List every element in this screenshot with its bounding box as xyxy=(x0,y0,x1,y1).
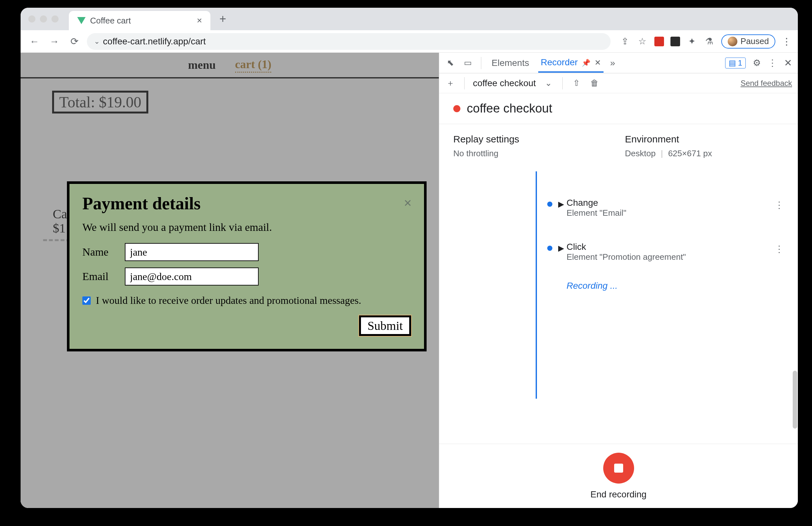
recording-dropdown-icon[interactable]: ⌄ xyxy=(543,78,554,88)
more-tabs-icon[interactable]: » xyxy=(610,58,615,68)
bookmark-star-icon[interactable]: ☆ xyxy=(637,36,648,47)
extension-dark-icon[interactable] xyxy=(670,37,680,46)
vue-favicon-icon xyxy=(77,17,86,24)
new-tab-button[interactable]: + xyxy=(219,12,226,26)
recording-meta-row: Replay settings No throttling Environmen… xyxy=(439,124,798,159)
new-recording-icon[interactable]: ＋ xyxy=(445,77,456,89)
traffic-max-icon[interactable] xyxy=(52,15,59,22)
devtools-panel: ⬉ ▭ Elements Recorder 📌 ✕ » ▤ 1 ⚙ ⋮ xyxy=(439,53,798,508)
environment-settings[interactable]: Environment Desktop | 625×671 px xyxy=(625,134,784,159)
tab-elements[interactable]: Elements xyxy=(489,54,532,72)
recording-title-row: coffee checkout xyxy=(439,93,798,124)
reload-icon[interactable]: ⟳ xyxy=(67,36,82,47)
tab-recorder-label: Recorder xyxy=(541,57,578,67)
inspect-element-icon[interactable]: ⬉ xyxy=(445,58,456,68)
name-label: Name xyxy=(82,246,118,258)
end-recording-label: End recording xyxy=(590,489,646,500)
email-label: Email xyxy=(82,270,118,283)
delete-recording-icon[interactable]: 🗑 xyxy=(589,78,600,88)
step-subtitle: Element "Promotion agreement" xyxy=(567,252,764,262)
name-row: Name xyxy=(82,243,411,261)
end-recording-button[interactable] xyxy=(603,453,634,484)
issues-chip[interactable]: ▤ 1 xyxy=(725,58,746,69)
environment-dimensions: 625×671 px xyxy=(668,149,712,159)
step-expand-icon[interactable]: ▶ xyxy=(558,200,564,209)
step-title: Change xyxy=(567,198,764,208)
chrome-menu-icon[interactable]: ⋮ xyxy=(782,36,792,47)
email-input[interactable] xyxy=(125,268,259,286)
labs-flask-icon[interactable]: ⚗ xyxy=(704,36,715,47)
modal-title: Payment details xyxy=(82,194,411,213)
tab-separator xyxy=(481,57,481,69)
step-title: Click xyxy=(567,242,764,252)
name-input[interactable] xyxy=(125,243,259,261)
modal-subtitle: We will send you a payment link via emai… xyxy=(82,221,411,234)
step-bullet-icon xyxy=(547,246,552,251)
share-icon[interactable]: ⇪ xyxy=(620,36,630,47)
toolbar-separator-2 xyxy=(562,77,563,89)
extension-red-icon[interactable] xyxy=(654,37,664,46)
modal-close-icon[interactable]: × xyxy=(404,195,412,211)
traffic-lights xyxy=(28,15,59,22)
export-recording-icon[interactable]: ⇧ xyxy=(571,78,582,88)
step-click[interactable]: ▶ Click Element "Promotion agreement" ⋮ xyxy=(549,235,784,269)
recording-title: coffee checkout xyxy=(467,102,552,116)
end-recording-row: End recording xyxy=(439,444,798,508)
step-expand-icon[interactable]: ▶ xyxy=(558,244,564,253)
scrollbar-thumb[interactable] xyxy=(793,371,797,429)
steps-area: ▶ Change Element "Email" ⋮ ▶ Click Eleme… xyxy=(439,171,798,444)
step-menu-icon[interactable]: ⋮ xyxy=(775,244,784,254)
submit-button[interactable]: Submit xyxy=(359,315,411,336)
webpage-viewport: menu cart (1) Total: $19.00 Ca $1 00 x ×… xyxy=(20,53,439,508)
nav-back-icon[interactable]: ← xyxy=(27,36,42,47)
window-titlebar: Coffee cart × + xyxy=(20,8,798,30)
devtools-tabstrip: ⬉ ▭ Elements Recorder 📌 ✕ » ▤ 1 ⚙ ⋮ xyxy=(439,53,798,73)
step-bullet-icon xyxy=(547,201,552,207)
devtools-settings-icon[interactable]: ⚙ xyxy=(753,58,761,68)
toolbar-separator xyxy=(464,77,465,89)
recording-indicator-icon xyxy=(453,105,460,112)
browser-window: Coffee cart × + ← → ⟳ ⌄ coffee-cart.netl… xyxy=(20,8,798,508)
replay-settings-heading: Replay settings xyxy=(453,134,612,145)
tab-recorder-close-icon[interactable]: ✕ xyxy=(595,58,601,67)
environment-heading: Environment xyxy=(625,134,784,145)
stop-icon xyxy=(614,464,623,472)
promo-label: I would like to receive order updates an… xyxy=(96,295,361,306)
devtools-menu-icon[interactable]: ⋮ xyxy=(768,58,777,68)
recording-name-select[interactable]: coffee checkout xyxy=(473,78,536,88)
replay-settings-value: No throttling xyxy=(453,149,612,159)
step-menu-icon[interactable]: ⋮ xyxy=(775,200,784,210)
avatar-icon xyxy=(728,37,737,46)
url-input[interactable]: ⌄ coffee-cart.netlify.app/cart xyxy=(87,33,611,50)
promo-row: I would like to receive order updates an… xyxy=(82,295,411,306)
content-split: menu cart (1) Total: $19.00 Ca $1 00 x ×… xyxy=(20,53,798,508)
tab-title: Coffee cart xyxy=(90,16,131,26)
tab-recorder[interactable]: Recorder 📌 ✕ xyxy=(538,54,604,73)
device-toolbar-icon[interactable]: ▭ xyxy=(462,58,473,68)
traffic-min-icon[interactable] xyxy=(40,15,47,22)
url-text: coffee-cart.netlify.app/cart xyxy=(103,36,206,47)
browser-tab[interactable]: Coffee cart × xyxy=(69,11,211,30)
step-change[interactable]: ▶ Change Element "Email" ⋮ xyxy=(549,191,784,225)
environment-device: Desktop xyxy=(625,149,656,159)
site-info-icon[interactable]: ⌄ xyxy=(94,37,100,46)
paused-label: Paused xyxy=(741,36,769,46)
step-subtitle: Element "Email" xyxy=(567,208,764,218)
steps-rail xyxy=(536,171,537,399)
promo-checkbox[interactable] xyxy=(82,297,91,305)
devtools-close-icon[interactable]: ✕ xyxy=(784,57,792,69)
pin-icon[interactable]: 📌 xyxy=(582,59,590,67)
tab-close-icon[interactable]: × xyxy=(197,15,202,26)
replay-settings[interactable]: Replay settings No throttling xyxy=(453,134,612,159)
env-divider: | xyxy=(661,149,663,159)
profile-paused-chip[interactable]: Paused xyxy=(721,34,775,48)
recording-status: Recording ... xyxy=(567,281,784,291)
traffic-close-icon[interactable] xyxy=(28,15,35,22)
nav-forward-icon[interactable]: → xyxy=(47,36,62,47)
address-bar: ← → ⟳ ⌄ coffee-cart.netlify.app/cart ⇪ ☆… xyxy=(20,30,798,53)
toolbar-right: ⇪ ☆ ✦ ⚗ Paused ⋮ xyxy=(620,34,792,48)
extensions-puzzle-icon[interactable]: ✦ xyxy=(686,36,697,47)
send-feedback-link[interactable]: Send feedback xyxy=(741,79,792,88)
email-row: Email xyxy=(82,268,411,286)
issues-count: 1 xyxy=(738,59,742,67)
